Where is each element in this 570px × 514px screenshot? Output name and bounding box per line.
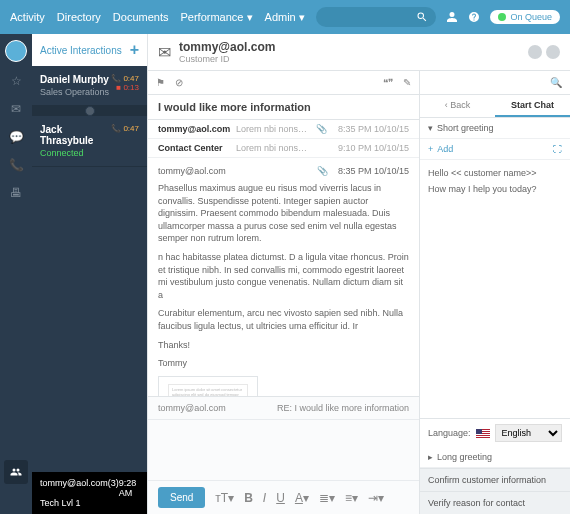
customer-header: ✉ tommy@aol.com Customer ID — [148, 34, 570, 71]
rail-star-icon[interactable]: ☆ — [7, 72, 25, 90]
block-icon[interactable]: ⊘ — [175, 77, 183, 88]
confirm-customer-action[interactable]: Confirm customer information — [420, 468, 570, 491]
compose-icon[interactable]: ✎ — [403, 77, 411, 88]
interaction-item[interactable]: 📞 0:47 Jack Thrasybule Connected — [32, 116, 147, 167]
reply-subject: RE: I would like more information — [277, 403, 409, 413]
italic-icon[interactable]: I — [263, 491, 266, 505]
align-icon[interactable]: ≡▾ — [345, 491, 358, 505]
indent-icon[interactable]: ⇥▾ — [368, 491, 384, 505]
top-nav: Activity Directory Documents Performance… — [10, 11, 305, 24]
rail-print-icon[interactable]: 🖶 — [7, 184, 25, 202]
nav-documents[interactable]: Documents — [113, 11, 169, 23]
verify-reason-action[interactable]: Verify reason for contact — [420, 491, 570, 514]
rail-phone-icon[interactable]: 📞 — [7, 156, 25, 174]
bullets-icon[interactable]: ≣▾ — [319, 491, 335, 505]
font-size-icon[interactable]: тT▾ — [215, 491, 234, 505]
reply-to: tommy@aol.com — [158, 403, 226, 413]
rail-people-icon[interactable] — [4, 460, 28, 484]
nav-activity[interactable]: Activity — [10, 11, 45, 23]
header-action-1[interactable] — [528, 45, 542, 59]
script-help: How may I help you today? — [428, 184, 562, 194]
search-icon — [416, 11, 428, 23]
help-icon[interactable] — [468, 11, 480, 23]
short-greeting-row[interactable]: ▾ Short greeting — [420, 118, 570, 139]
on-queue-toggle[interactable]: On Queue — [490, 10, 560, 24]
interactions-title: Active Interactions — [40, 45, 122, 56]
email-row[interactable]: tommy@aol.com Lorem nbi nonsepittus… 📎 8… — [148, 120, 419, 139]
bold-icon[interactable]: B — [244, 491, 253, 505]
script-greeting: Hello << customer name>> — [428, 168, 562, 178]
flag-icon[interactable]: ⚑ — [156, 77, 165, 88]
start-chat-tab[interactable]: Start Chat — [495, 95, 570, 117]
global-search[interactable] — [316, 7, 436, 27]
email-row[interactable]: Contact Center Lorem nbi nonsepittus… 9:… — [148, 139, 419, 158]
email-attachment[interactable]: Lorem ipsum dolor sit amet consectetur a… — [158, 376, 258, 396]
expand-icon[interactable]: ⛶ — [553, 144, 562, 154]
customer-id-label: Customer ID — [179, 54, 275, 64]
top-bar: Activity Directory Documents Performance… — [0, 0, 570, 34]
email-panel: ⚑ ⊘ ❝❞ ✎ I would like more information t… — [148, 71, 420, 514]
text-color-icon[interactable]: A▾ — [295, 491, 309, 505]
rail-inbox-icon[interactable]: ✉ — [7, 100, 25, 118]
add-interaction-button[interactable]: + — [130, 41, 139, 59]
us-flag-icon — [476, 429, 490, 438]
nav-performance[interactable]: Performance ▾ — [181, 11, 253, 24]
long-greeting-row[interactable]: ▸ Long greeting — [420, 447, 570, 468]
left-rail: ☆ ✉ 💬 📞 🖶 — [0, 34, 32, 514]
interaction-item[interactable]: 📞 0:47■ 0:13 Daniel Murphy Sales Operati… — [32, 66, 147, 106]
search-icon[interactable]: 🔍 — [550, 77, 562, 88]
interactions-panel: Active Interactions + 📞 0:47■ 0:13 Danie… — [32, 34, 147, 514]
nav-admin[interactable]: Admin ▾ — [265, 11, 305, 24]
nav-directory[interactable]: Directory — [57, 11, 101, 23]
underline-icon[interactable]: U — [276, 491, 285, 505]
send-button[interactable]: Send — [158, 487, 205, 508]
reply-panel: tommy@aol.com RE: I would like more info… — [148, 396, 419, 514]
attachment-icon: 📎 — [316, 124, 330, 134]
language-row: Language: English — [420, 418, 570, 447]
back-tab[interactable]: ‹ Back — [420, 95, 495, 117]
attachment-icon[interactable]: 📎 — [317, 166, 328, 176]
email-subject: I would like more information — [148, 95, 419, 120]
language-select[interactable]: English — [495, 424, 562, 442]
header-action-2[interactable] — [546, 45, 560, 59]
user-avatar[interactable] — [5, 40, 27, 62]
script-panel: 🔍 ‹ Back Start Chat ▾ Short greeting + A… — [420, 71, 570, 514]
reply-body[interactable] — [148, 420, 419, 480]
quote-icon[interactable]: ❝❞ — [383, 77, 393, 88]
person-icon[interactable] — [446, 11, 458, 23]
add-link[interactable]: + Add⛶ — [420, 139, 570, 160]
rail-chat-icon[interactable]: 💬 — [7, 128, 25, 146]
queue-item[interactable]: tommy@aol.com(3)9:28 AM Tech Lvl 1 — [32, 472, 147, 514]
email-open: tommy@aol.com📎8:35 PM 10/10/15 Phasellus… — [148, 158, 419, 396]
customer-email: tommy@aol.com — [179, 40, 275, 54]
mail-icon: ✉ — [158, 43, 171, 62]
